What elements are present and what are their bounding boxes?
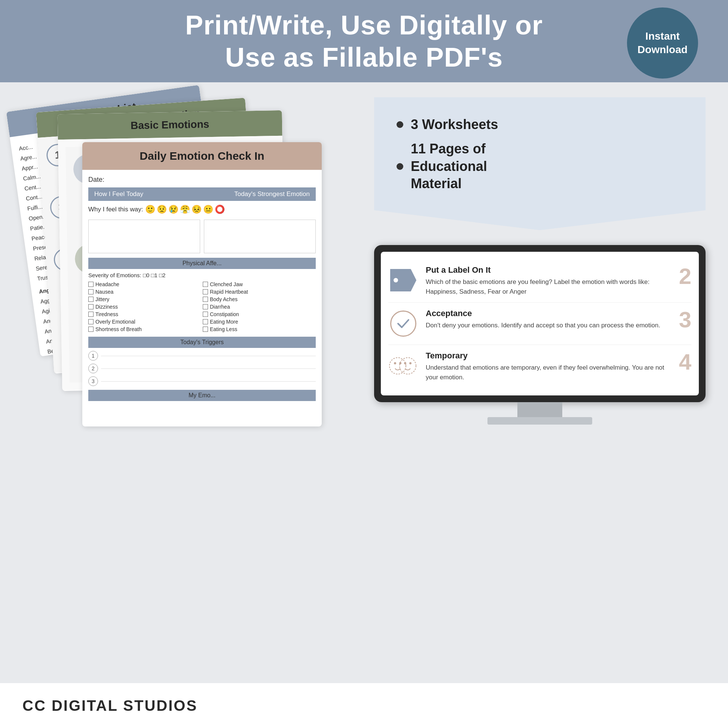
triggers-header-text: Today's Triggers — [180, 339, 224, 345]
svg-point-3 — [394, 362, 396, 364]
monitor-base — [488, 417, 592, 425]
trigger-line-2 — [101, 369, 316, 369]
screen-item-desc-2: Don't deny your emotions. Identify and a… — [426, 321, 660, 330]
physical-header-text: Physical Affe... — [182, 260, 222, 266]
svg-point-6 — [404, 362, 406, 364]
screen-item-title-2: Acceptance — [426, 309, 660, 318]
checkbox-rapid — [203, 289, 208, 294]
info-text-2: 11 Pages of — [411, 141, 486, 156]
symptom-tiredness: Tiredness — [88, 311, 201, 317]
monitor-container: Put a Label On It Which of the basic emo… — [374, 245, 705, 425]
trigger-line-3 — [101, 381, 316, 382]
symptom-headache: Headache — [88, 281, 201, 287]
monitor-screen: Put a Label On It Which of the basic emo… — [381, 252, 699, 395]
trigger-circle-3: 3 — [88, 376, 98, 386]
svg-point-5 — [399, 358, 416, 374]
checkbox-eating-less — [203, 327, 208, 332]
checkbox-tiredness — [88, 312, 93, 317]
daily-header: Daily Emotion Check In — [82, 142, 322, 170]
symptoms-grid: Headache Clenched Jaw Nausea Rapid — [88, 281, 316, 332]
info-text-4: Material — [411, 176, 462, 191]
monitor-outer: Put a Label On It Which of the basic emo… — [374, 245, 705, 402]
trigger-items: 1 2 3 — [88, 351, 316, 386]
date-row: Date: — [88, 176, 316, 184]
my-emo-header: My Emo... — [88, 390, 316, 401]
date-label: Date: — [88, 176, 104, 183]
symptom-jittery: Jittery — [88, 296, 201, 302]
symptom-clenched-jaw: Clenched Jaw — [203, 281, 316, 287]
bullet-1 — [396, 121, 403, 128]
checkbox-overly-emotional — [88, 319, 93, 324]
trigger-line-1 — [101, 356, 316, 356]
trigger-circle-1: 1 — [88, 351, 98, 361]
feel-box-2 — [204, 220, 316, 253]
how-i-feel-row: How I Feel Today Today's Strongest Emoti… — [88, 187, 316, 201]
screen-content: Put a Label On It Which of the basic emo… — [381, 252, 699, 395]
my-emo-text: My Emo... — [188, 392, 216, 398]
emoji-faces: 🙂😟😢😤😣😐⭕ — [145, 205, 225, 214]
symptom-dizziness: Dizziness — [88, 304, 201, 310]
physical-header: Physical Affe... — [88, 258, 316, 269]
symptom-eating-less: Eating Less — [203, 326, 316, 332]
symptom-shortness-breath: Shortness of Breath — [88, 326, 201, 332]
screen-item-icon-faces — [388, 351, 418, 381]
instant-download-badge: Instant Download — [627, 8, 698, 78]
main-container: Print/Write, Use Digitally or Use as Fil… — [0, 0, 728, 728]
symptom-body-aches: Body Aches — [203, 296, 316, 302]
info-item-2: 11 Pages of Educational Material — [396, 140, 683, 193]
right-side: 3 Worksheets 11 Pages of Educational Mat… — [374, 97, 705, 668]
screen-number-3: 3 — [679, 309, 691, 331]
check-circle-icon — [390, 310, 416, 337]
trigger-circle-2: 2 — [88, 364, 98, 373]
symptom-nausea: Nausea — [88, 289, 201, 295]
svg-point-2 — [390, 358, 406, 374]
bullet-2 — [396, 163, 403, 170]
basic-title: Basic Emotions — [130, 118, 210, 131]
screen-item-icon-check — [388, 309, 418, 338]
info-text-multi: 11 Pages of Educational Material — [411, 140, 487, 193]
checkbox-nausea — [88, 289, 93, 294]
svg-point-1 — [393, 278, 398, 283]
info-text-3: Educational — [411, 159, 487, 174]
header-title-line2: Use as Fillable PDF's — [185, 41, 543, 73]
symptom-rapid-heartbeat: Rapid Heartbeat — [203, 289, 316, 295]
symptom-constipation: Constipation — [203, 311, 316, 317]
symptom-eating-more: Eating More — [203, 319, 316, 325]
checkbox-shortness — [88, 327, 93, 332]
footer-brand: CC DIGITAL STUDIOS — [23, 697, 197, 714]
header-title: Print/Write, Use Digitally or Use as Fil… — [185, 9, 543, 74]
trigger-1: 1 — [88, 351, 316, 361]
faces-svg — [388, 353, 418, 379]
header-banner: Print/Write, Use Digitally or Use as Fil… — [0, 0, 728, 82]
daily-body: Date: How I Feel Today Today's Strongest… — [82, 170, 322, 407]
why-feel-row: Why I feel this way: 🙂😟😢😤😣😐⭕ — [88, 205, 316, 214]
footer: CC DIGITAL STUDIOS — [0, 683, 728, 728]
badge-line2: Download — [638, 43, 688, 57]
header-title-line1: Print/Write, Use Digitally or — [185, 9, 543, 41]
screen-item-title-3: Temporary — [426, 351, 671, 361]
checkbox-diarrhea — [203, 304, 208, 309]
checkbox-headache — [88, 282, 93, 287]
tag-icon — [390, 269, 416, 291]
checkbox-jittery — [88, 297, 93, 302]
svg-point-7 — [409, 362, 411, 364]
screen-item-temporary: Temporary Understand that emotions are t… — [388, 345, 691, 388]
feel-box-1 — [88, 220, 200, 253]
screen-item-acceptance: Acceptance Don't deny your emotions. Ide… — [388, 303, 691, 345]
checkbox-dizziness — [88, 304, 93, 309]
monitor-stand — [517, 402, 562, 417]
feel-boxes — [88, 220, 316, 253]
daily-title: Daily Emotion Check In — [139, 150, 264, 162]
content-area: Feelings List Acc...Agre...Appr...Calm..… — [0, 82, 728, 683]
severity-row: Severity of Emotions: □0 □1 □2 — [88, 272, 316, 278]
screen-item-text-1: Put a Label On It Which of the basic emo… — [426, 265, 671, 296]
screen-item-text-2: Acceptance Don't deny your emotions. Ide… — [426, 309, 660, 330]
card-daily-checkin: Daily Emotion Check In Date: How I Feel … — [82, 142, 322, 427]
info-panel: 3 Worksheets 11 Pages of Educational Mat… — [374, 97, 705, 230]
screen-item-text-3: Temporary Understand that emotions are t… — [426, 351, 671, 382]
info-text-1: 3 Worksheets — [411, 116, 498, 133]
checkmark-svg — [396, 316, 411, 331]
screen-number-2: 2 — [679, 265, 691, 288]
how-i-feel-label: How I Feel Today — [94, 190, 143, 198]
badge-line1: Instant — [645, 29, 680, 43]
